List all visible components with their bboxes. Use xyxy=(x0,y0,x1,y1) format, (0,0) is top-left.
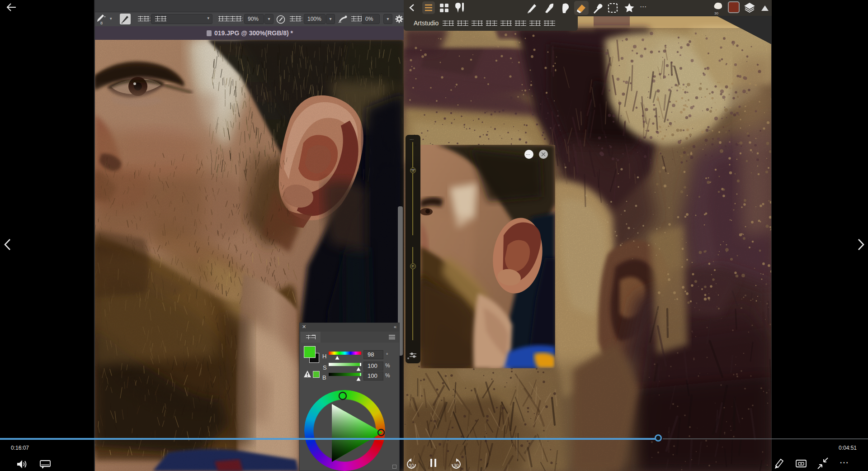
svg-text:8: 8 xyxy=(100,21,103,25)
svg-text:⋯: ⋯ xyxy=(526,152,530,157)
svg-text:10: 10 xyxy=(409,463,414,468)
svg-text:30: 30 xyxy=(453,463,459,468)
